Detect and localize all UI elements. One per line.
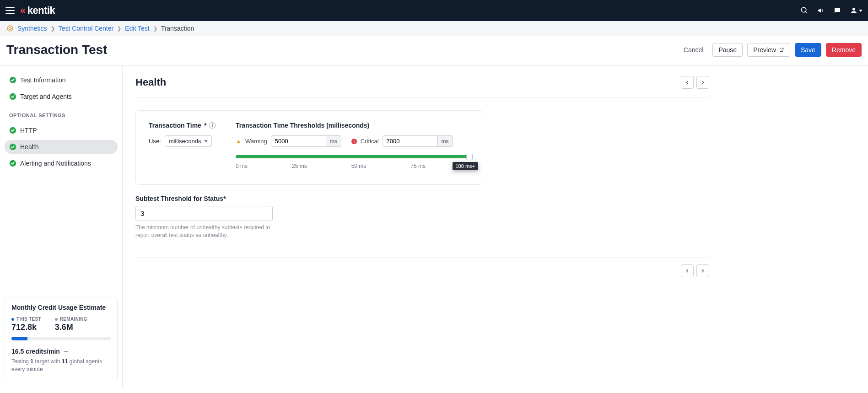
preview-label: Preview: [753, 46, 776, 54]
pause-button[interactable]: Pause: [712, 43, 743, 57]
credit-this-label: THIS TEST: [16, 317, 41, 322]
slider-thumb[interactable]: [466, 154, 473, 160]
critical-unit: ms: [437, 135, 453, 147]
arrow-left-icon: [684, 79, 690, 86]
breadcrumb-link-control[interactable]: Test Control Center: [59, 25, 114, 32]
external-link-icon: [779, 47, 784, 53]
arrow-right-icon: [700, 268, 706, 274]
sidebar-item-label: Test Information: [20, 76, 66, 84]
thresholds-title: Transaction Time Thresholds (millisecond…: [236, 122, 470, 129]
tx-time-label: Transaction Time: [149, 122, 201, 129]
breadcrumb: Synthetics ❯ Test Control Center ❯ Edit …: [0, 21, 868, 36]
use-unit-select[interactable]: milliseconds: [165, 135, 212, 147]
prev-section-button[interactable]: [681, 76, 694, 89]
subtest-label: Subtest Threshold for Status: [135, 195, 223, 202]
check-circle-icon: [9, 127, 16, 134]
credit-usage-card: Monthly Credit Usage Estimate THIS TEST …: [5, 297, 118, 380]
sidebar-section-label: OPTIONAL SETTINGS: [5, 106, 118, 121]
user-icon: [850, 6, 858, 15]
remove-button[interactable]: Remove: [826, 43, 862, 57]
credit-title: Monthly Credit Usage Estimate: [11, 304, 111, 311]
page-title: Transaction Test: [6, 43, 107, 57]
subtest-input[interactable]: [135, 206, 273, 221]
credit-this-value: 712.8k: [11, 323, 41, 332]
check-circle-icon: [9, 93, 16, 100]
credit-remain-label: REMAINING: [60, 317, 87, 322]
warning-unit: ms: [326, 135, 341, 147]
prev-section-button-bottom[interactable]: [681, 264, 694, 277]
breadcrumb-sep: ❯: [153, 26, 157, 32]
subtest-threshold-block: Subtest Threshold for Status* The minimu…: [135, 195, 273, 239]
sidebar-item-health[interactable]: Health: [5, 140, 118, 154]
credit-desc: Testing 1 target with 11 global agents e…: [11, 358, 111, 373]
sidebar-item-label: HTTP: [20, 127, 37, 134]
cancel-button[interactable]: Cancel: [679, 43, 708, 56]
svg-point-0: [7, 26, 13, 31]
arrow-right-icon: [700, 79, 706, 86]
dot-icon: [11, 318, 14, 321]
sidebar-item-label: Health: [20, 143, 38, 151]
critical-icon: !: [351, 139, 357, 144]
header-actions: Cancel Pause Preview Save Remove: [679, 43, 862, 57]
sidebar-item-http[interactable]: HTTP: [5, 124, 118, 137]
sidebar: Test Information Target and Agents OPTIO…: [0, 66, 123, 388]
credit-rate-text: 16.5 credits/min: [11, 348, 60, 355]
arrow-right-icon: →: [63, 348, 69, 355]
brand-text: kentik: [27, 5, 55, 16]
subtest-help: The minimum number of unhealthy subtests…: [135, 224, 273, 239]
chevron-down-icon: [859, 10, 863, 12]
check-circle-icon: [9, 160, 16, 167]
warning-input[interactable]: [271, 135, 326, 147]
breadcrumb-link-edit[interactable]: Edit Test: [125, 25, 149, 32]
save-button[interactable]: Save: [795, 43, 821, 57]
transaction-time-panel: Transaction Time* i Use: milliseconds Tr…: [135, 110, 483, 185]
page-header: Transaction Test Cancel Pause Preview Sa…: [0, 36, 868, 66]
check-circle-icon: [9, 76, 16, 84]
preview-button[interactable]: Preview: [747, 43, 790, 57]
credit-rate[interactable]: 16.5 credits/min →: [11, 348, 111, 355]
info-icon[interactable]: i: [209, 122, 216, 129]
brand-mark-icon: «: [20, 5, 26, 16]
breadcrumb-sep: ❯: [51, 26, 55, 32]
warning-icon: ▲: [236, 138, 242, 145]
section-title: Health: [135, 76, 166, 88]
svg-point-1: [9, 27, 11, 29]
credit-remain-value: 3.6M: [55, 323, 87, 332]
next-section-button[interactable]: [696, 76, 709, 89]
announcement-icon[interactable]: [817, 6, 825, 15]
breadcrumb-current: Transaction: [161, 25, 194, 32]
use-label: Use:: [149, 138, 161, 145]
top-nav: « kentik: [0, 0, 868, 21]
main-content: Health Transaction Time* i Use: millisec…: [123, 66, 722, 388]
sidebar-item-alerting[interactable]: Alerting and Notifications: [5, 156, 118, 170]
sidebar-item-target-agents[interactable]: Target and Agents: [5, 90, 118, 103]
arrow-left-icon: [684, 268, 690, 274]
threshold-slider[interactable]: 100 ms+ 0 ms 25 ms 50 ms 75 ms: [236, 155, 470, 171]
brand-logo[interactable]: « kentik: [20, 5, 55, 16]
breadcrumb-link-synthetics[interactable]: Synthetics: [17, 25, 47, 32]
credit-progress-fill: [11, 337, 27, 340]
critical-label: Critical: [361, 138, 379, 145]
menu-icon[interactable]: [5, 7, 15, 14]
dot-icon: [55, 318, 58, 321]
critical-input[interactable]: [383, 135, 437, 147]
user-menu[interactable]: [850, 6, 863, 15]
synthetics-icon: [6, 25, 14, 32]
warning-label: Warning: [245, 138, 267, 145]
search-icon[interactable]: [800, 6, 809, 15]
check-circle-icon: [9, 143, 16, 151]
sidebar-item-label: Alerting and Notifications: [20, 160, 91, 167]
breadcrumb-sep: ❯: [117, 26, 121, 32]
credit-progress: [11, 337, 111, 340]
next-section-button-bottom[interactable]: [696, 264, 709, 277]
chat-icon[interactable]: [833, 6, 841, 15]
slider-ticks: 0 ms 25 ms 50 ms 75 ms: [236, 163, 470, 169]
sidebar-item-test-info[interactable]: Test Information: [5, 73, 118, 87]
sidebar-item-label: Target and Agents: [20, 93, 72, 100]
